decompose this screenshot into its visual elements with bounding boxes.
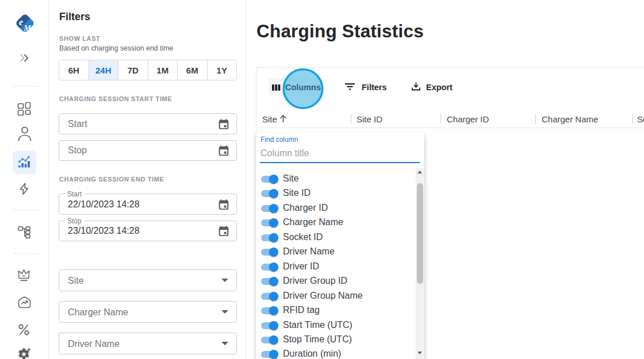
- svg-text:e: e: [19, 17, 23, 27]
- svg-text:M: M: [24, 24, 32, 33]
